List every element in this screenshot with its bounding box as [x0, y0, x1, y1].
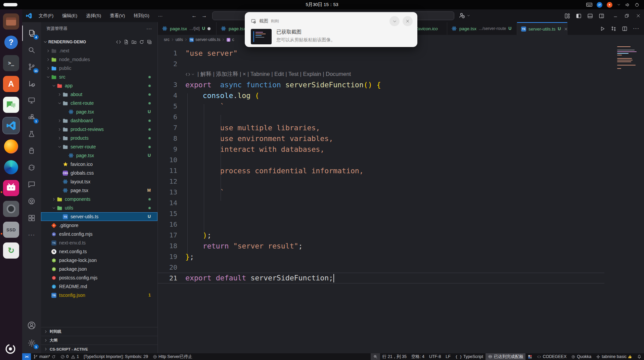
code-line-4[interactable]: 4 console.log ( — [158, 90, 604, 101]
activity-chat-view-icon[interactable] — [22, 177, 41, 192]
new-file-icon[interactable] — [124, 39, 129, 45]
tree-item-products[interactable]: products — [41, 134, 157, 142]
activity-source-control-icon[interactable]: 11 — [22, 59, 41, 75]
code-line-3[interactable]: 3export async function serverSideFunctio… — [158, 79, 604, 90]
status-indentation[interactable]: 空格: 4 — [409, 353, 427, 360]
code-line-9[interactable]: 9 interact with databases, — [158, 144, 604, 154]
status-quokka[interactable]: Quokka — [569, 353, 594, 360]
tree-item-postcss.config.mjs[interactable]: postcss.config.mjs — [41, 273, 157, 282]
open-changes-icon[interactable] — [611, 26, 616, 32]
toggle-secondary-sidebar-icon[interactable] — [596, 9, 607, 22]
code-line-14[interactable]: 14 — [158, 197, 604, 208]
code-line-20[interactable]: 20 — [158, 262, 604, 273]
dock-software-app[interactable]: A — [3, 76, 19, 92]
nav-back-icon[interactable]: ← — [189, 13, 199, 19]
chevron-down-icon[interactable] — [51, 206, 57, 210]
dock-chat-app[interactable] — [3, 97, 19, 113]
chevron-down-icon[interactable] — [56, 101, 62, 105]
workspace-section-title[interactable]: RENDERING-DEMO — [48, 40, 86, 44]
menu-file[interactable]: 文件(F) — [34, 11, 58, 20]
chevron-down-icon[interactable] — [56, 145, 62, 149]
chevron-right-icon[interactable] — [56, 92, 62, 97]
tree-item-utils[interactable]: utils — [41, 204, 157, 212]
status-encoding[interactable]: UTF-8 — [427, 353, 443, 360]
tree-item-next.config.ts[interactable]: Nnext.config.ts — [41, 247, 157, 256]
tree-item-favicon.ico[interactable]: favicon.ico — [41, 160, 157, 169]
tab-close-icon[interactable] — [564, 27, 567, 31]
breadcrumb-item-c[interactable]: ()c — [226, 37, 234, 42]
toggle-sidebar-icon[interactable] — [573, 9, 584, 22]
panel-outline[interactable]: 大纲 — [41, 336, 157, 345]
code-line-19[interactable]: 19}; — [158, 251, 604, 262]
customize-layout-icon[interactable] — [561, 9, 573, 22]
close-icon[interactable] — [633, 9, 644, 22]
activity-search-icon[interactable] — [22, 42, 41, 58]
menu-selection[interactable]: 选择(S) — [82, 11, 105, 20]
screenshot-notification[interactable]: 截图 刚刚 已获取截图 您可以从剪贴板粘贴该图像。 — [245, 12, 417, 47]
menu-go[interactable]: 转到(G) — [129, 11, 154, 20]
unsaved-dot-icon[interactable] — [208, 27, 211, 30]
tree-item-page.tsx[interactable]: page.tsxM — [41, 186, 157, 195]
dock-firefox[interactable] — [3, 138, 19, 154]
tree-item-src[interactable]: src — [41, 73, 157, 81]
tree-item-components[interactable]: components — [41, 195, 157, 204]
code-editor[interactable]: 1"use server"2| 解释 | 添加注释 | × | Tabnine … — [158, 44, 644, 353]
tree-item-public[interactable]: public — [41, 64, 157, 73]
tree-item-README.md[interactable]: README.md — [41, 282, 157, 291]
restore-icon[interactable] — [621, 9, 633, 22]
code-line-21[interactable]: 21export default serverSideFunction; — [158, 273, 604, 283]
chevron-right-icon[interactable] — [45, 49, 51, 53]
activity-extensions-icon[interactable]: 1 — [22, 109, 41, 125]
activity-account-icon[interactable] — [22, 318, 41, 333]
tree-item-next-env.d.ts[interactable]: TSnext-env.d.ts — [41, 238, 157, 247]
minimap[interactable] — [617, 46, 639, 69]
status-language-mode[interactable]: { }TypeScript — [453, 353, 486, 360]
status-git-branch[interactable]: main* — [31, 353, 58, 360]
codelens-actions[interactable]: | 解释 | 添加注释 | × | Tabnine | Edit | Test … — [158, 69, 644, 79]
new-folder-icon[interactable] — [131, 39, 137, 45]
code-line-8[interactable]: 8 use environment variables, — [158, 133, 604, 144]
workspace-pill[interactable] — [3, 3, 17, 6]
chevron-right-icon[interactable] — [56, 119, 62, 123]
account-menu[interactable] — [459, 12, 470, 19]
tree-item-globals.css[interactable]: CSSglobals.css — [41, 169, 157, 177]
tree-item-dashboard[interactable]: dashboard — [41, 116, 157, 125]
dock-updater-app[interactable]: ↻ — [3, 242, 19, 259]
status-ts-importer[interactable]: [TypeScript Importer]: Symbols: 29 — [81, 353, 150, 360]
chevron-right-icon[interactable] — [56, 136, 62, 140]
code-line-18[interactable]: 18 return "server result"; — [158, 240, 604, 251]
panel-cs-script[interactable]: CS-SCRIPT - ACTIVE — [41, 345, 157, 353]
activity-more-views-icon[interactable]: ··· — [22, 227, 41, 242]
menu-edit[interactable]: 编辑(E) — [58, 11, 82, 20]
breadcrumb-item-src[interactable]: src — [164, 37, 170, 42]
minimize-icon[interactable] — [610, 9, 621, 22]
tree-item-server-route[interactable]: server-route — [41, 142, 157, 151]
dock-ssd-app[interactable]: SSD — [3, 222, 19, 238]
tree-item-product-reviews[interactable]: product-reviews — [41, 125, 157, 134]
code-line-17[interactable]: 17 ); — [158, 230, 604, 240]
tree-item-node_modules[interactable]: node_modules — [41, 55, 157, 64]
code-line-2[interactable]: 2 — [158, 58, 604, 69]
tree-item-eslint.config.mjs[interactable]: eslint.config.mjs — [41, 230, 157, 238]
notification-expand-icon[interactable] — [389, 16, 400, 26]
tree-item-about[interactable]: about — [41, 90, 157, 99]
tree-item-.gitignore[interactable]: .gitignore — [41, 221, 157, 230]
activity-packages-icon[interactable] — [22, 210, 41, 226]
code-line-1[interactable]: 1"use server" — [158, 48, 604, 58]
activity-github-icon[interactable] — [22, 193, 41, 209]
tab-server-utils.ts-4[interactable]: TSserver-utils.tsU — [517, 22, 567, 35]
code-icon[interactable] — [116, 39, 121, 45]
dock-media-app[interactable] — [3, 180, 19, 196]
tree-item-client-route[interactable]: client-route — [41, 99, 157, 107]
chevron-down-icon[interactable] — [43, 40, 48, 44]
status-remote-indicator[interactable]: >< — [22, 353, 31, 360]
code-line-16[interactable]: 16 — [158, 219, 604, 230]
system-tray[interactable]: ⇄ ● — [586, 0, 639, 9]
dock-files-app[interactable] — [3, 13, 19, 30]
code-line-5[interactable]: 5 ` — [158, 101, 604, 111]
nav-forward-icon[interactable]: → — [199, 13, 209, 19]
screenshot-thumbnail[interactable] — [251, 29, 272, 44]
sidebar-more-actions-icon[interactable]: ··· — [146, 26, 152, 31]
chevron-right-icon[interactable] — [56, 127, 62, 132]
activity-run-debug-icon[interactable] — [22, 76, 41, 91]
